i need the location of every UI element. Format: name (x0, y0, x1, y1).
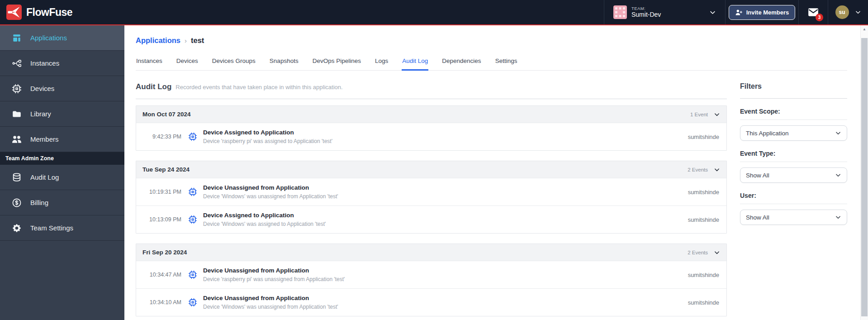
device-chip-icon (188, 132, 197, 141)
mail-icon[interactable]: 3 (807, 6, 819, 18)
sidebar-item-members[interactable]: Members (0, 127, 124, 152)
event-title: Device Assigned to Application (203, 211, 688, 219)
event-time: 9:42:33 PM (142, 134, 181, 140)
event-time: 10:34:47 AM (142, 272, 181, 278)
audit-log-groups: Mon Oct 07 2024 1 Event 9:42:33 PM (136, 105, 727, 316)
sidebar-item-label: Devices (30, 85, 54, 92)
user-select[interactable]: Show All (740, 210, 847, 225)
filter-user: User: Show All (740, 192, 847, 225)
event-description: Device 'Windows' was assigned to Applica… (203, 221, 688, 228)
tab-devices-groups[interactable]: Devices Groups (212, 55, 256, 71)
tab-logs[interactable]: Logs (375, 55, 389, 71)
devices-icon (12, 84, 22, 94)
filter-event-scope: Event Scope: This Application (740, 108, 847, 141)
sidebar-item-library[interactable]: Library (0, 101, 124, 127)
device-chip-icon (188, 298, 197, 307)
sidebar-item-devices[interactable]: Devices (0, 76, 124, 101)
billing-dollar-icon (12, 198, 22, 208)
audit-event-row: 10:19:31 PM Device Unassigned from Appli… (136, 178, 726, 205)
event-count-label: 1 Event (690, 112, 708, 117)
application-tabs: Instances Devices Devices Groups Snapsho… (136, 55, 847, 71)
event-type-select[interactable]: Show All (740, 167, 847, 183)
event-time: 10:34:10 AM (142, 299, 181, 306)
team-admin-zone-label: Team Admin Zone (0, 152, 124, 165)
members-icon (12, 134, 22, 144)
instances-icon (12, 58, 22, 68)
chevron-down-icon (835, 130, 841, 136)
invite-members-button[interactable]: Invite Members (729, 5, 796, 20)
event-user: sumitshinde (688, 299, 720, 306)
audit-log-header: Audit Log Recorded events that have take… (136, 82, 727, 99)
content-row: Audit Log Recorded events that have take… (136, 82, 847, 320)
applications-icon (12, 33, 22, 43)
chevron-down-icon (855, 9, 861, 15)
scrollbar-thumb[interactable] (861, 38, 868, 316)
event-description: Device 'Windows' was unassigned from App… (203, 193, 688, 200)
sidebar-item-label: Audit Log (30, 173, 59, 181)
audit-log-subtitle: Recorded events that have taken place in… (175, 84, 342, 91)
event-group-header[interactable]: Fri Sep 20 2024 2 Events (136, 244, 726, 261)
event-body: Device Unassigned from Application Devic… (203, 267, 688, 283)
user-menu[interactable]: su (828, 0, 868, 24)
audit-event-row: 9:42:33 PM Device Assigned to Applicatio… (136, 123, 726, 150)
audit-log-section: Audit Log Recorded events that have take… (136, 82, 727, 320)
notification-badge: 3 (816, 14, 823, 21)
top-navbar: FlowFuse TEAM: Sumit-Dev (0, 0, 868, 25)
event-title: Device Unassigned from Application (203, 184, 688, 191)
team-avatar (613, 5, 627, 19)
event-body: Device Unassigned from Application Devic… (203, 294, 688, 310)
main-content: Applications › test Instances Devices De… (124, 25, 860, 320)
event-description: Device 'raspberry pi' was unassigned fro… (203, 276, 688, 283)
sidebar-item-label: Applications (30, 34, 67, 42)
sidebar-item-label: Team Settings (30, 224, 73, 232)
event-group-header[interactable]: Mon Oct 07 2024 1 Event (136, 106, 726, 123)
event-group-header[interactable]: Tue Sep 24 2024 2 Events (136, 161, 726, 178)
tab-audit-log[interactable]: Audit Log (402, 55, 428, 71)
select-value: Show All (746, 172, 769, 179)
chevron-down-icon (714, 167, 720, 173)
event-user: sumitshinde (688, 216, 720, 223)
sidebar-item-team-settings[interactable]: Team Settings (0, 215, 124, 241)
sidebar-item-audit-log[interactable]: Audit Log (0, 165, 124, 190)
scrollbar-up-arrow[interactable]: ▲ (861, 25, 868, 33)
tab-devops-pipelines[interactable]: DevOps Pipelines (312, 55, 361, 71)
gear-icon (12, 223, 22, 233)
tab-dependencies[interactable]: Dependencies (441, 55, 481, 71)
sidebar-item-applications[interactable]: Applications (0, 25, 124, 51)
device-chip-icon (188, 215, 197, 224)
tab-snapshots[interactable]: Snapshots (269, 55, 299, 71)
breadcrumb-applications-link[interactable]: Applications (136, 36, 180, 45)
breadcrumb-separator: › (185, 37, 187, 44)
team-info: TEAM: Sumit-Dev (613, 5, 661, 19)
audit-event-row: 10:13:09 PM Device Assigned to Applicati… (136, 205, 726, 233)
tab-devices[interactable]: Devices (176, 55, 199, 71)
event-group: Mon Oct 07 2024 1 Event 9:42:33 PM (136, 105, 727, 151)
sidebar-item-label: Library (30, 110, 51, 118)
brand-name: FlowFuse (26, 6, 72, 19)
event-user: sumitshinde (688, 134, 720, 140)
team-selector[interactable]: TEAM: Sumit-Dev (604, 0, 725, 24)
event-user: sumitshinde (688, 189, 720, 196)
sidebar-item-instances[interactable]: Instances (0, 51, 124, 76)
event-description: Device 'raspberry pi' was assigned to Ap… (203, 138, 688, 145)
library-folder-icon (12, 109, 22, 119)
avatar: su (835, 5, 849, 19)
sidebar-item-label: Members (30, 135, 59, 143)
tab-settings[interactable]: Settings (495, 55, 518, 71)
breadcrumb-current: test (191, 36, 204, 45)
sidebar: Applications Instances Devices Library (0, 25, 124, 320)
flowfuse-logo[interactable]: FlowFuse (0, 5, 72, 20)
event-count-label: 2 Events (688, 250, 708, 255)
tab-instances[interactable]: Instances (136, 55, 163, 71)
event-scope-select[interactable]: This Application (740, 125, 847, 141)
vertical-scrollbar[interactable]: ▲ (860, 25, 868, 320)
event-body: Device Assigned to Application Device 'W… (203, 211, 688, 228)
event-group: Fri Sep 20 2024 2 Events 10:34:47 AM (136, 244, 727, 316)
sidebar-item-billing[interactable]: Billing (0, 190, 124, 215)
audit-event-row: 10:34:10 AM Device Unassigned from Appli… (136, 288, 726, 316)
filters-panel: Filters Event Scope: This Application Ev… (740, 82, 847, 320)
event-description: Device 'Windows' was unassigned from App… (203, 304, 688, 310)
sidebar-item-label: Billing (30, 199, 48, 206)
chevron-down-icon (709, 9, 716, 16)
breadcrumb: Applications › test (136, 36, 847, 45)
